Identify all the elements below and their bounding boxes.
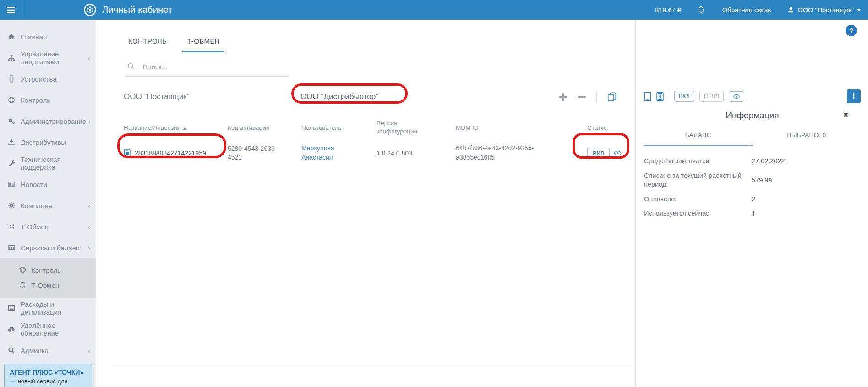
breadcrumb-separator: › bbox=[292, 93, 294, 101]
balance-amount[interactable]: 819.67 ₽ bbox=[655, 6, 682, 14]
account-menu[interactable]: ООО "Поставщик" bbox=[787, 6, 861, 14]
sidebar-item-remote-update[interactable]: Удалённое обновление bbox=[0, 319, 96, 340]
top-bar: Личный кабинет 819.67 ₽ Обратная связь О… bbox=[0, 0, 868, 20]
gears-icon bbox=[7, 117, 16, 125]
account-name: ООО "Поставщик" bbox=[797, 6, 854, 14]
column-header-activation-code[interactable]: Код активации bbox=[228, 124, 301, 131]
bell-icon bbox=[697, 6, 705, 14]
user-cell: Меркулова Анастасия bbox=[301, 144, 377, 162]
phone-filter-button[interactable] bbox=[644, 92, 651, 101]
info-panel: ВКЛ ОТКЛ i Информация ✖ БАЛАНС ВЫБРАНО: … bbox=[635, 20, 868, 387]
filter-visibility-button[interactable] bbox=[729, 91, 744, 102]
gear-icon bbox=[7, 202, 16, 209]
list-icon bbox=[7, 304, 16, 312]
column-header-name-license[interactable]: Название/Лицензия bbox=[124, 124, 228, 131]
table-header: Название/Лицензия Код активации Пользова… bbox=[124, 118, 626, 137]
filter-on-button[interactable]: ВКЛ bbox=[674, 91, 694, 102]
home-icon bbox=[7, 33, 16, 40]
phone-icon bbox=[644, 92, 651, 101]
sidebar-nav: Главная Управление лицензиями ‹ Устройст… bbox=[0, 20, 96, 387]
download-icon bbox=[7, 138, 16, 146]
activation-code-cell: 5280-4543-2633-4521 bbox=[228, 144, 301, 162]
breadcrumb-parent-company[interactable]: ООО "Поставщик" bbox=[124, 92, 292, 101]
info-panel-title: Информация bbox=[726, 111, 779, 120]
eye-icon[interactable] bbox=[614, 150, 622, 156]
chevron-left-icon: ‹ bbox=[88, 202, 90, 209]
sidebar-item-company[interactable]: Компания ‹ bbox=[0, 195, 96, 216]
info-panel-tabs: БАЛАНС ВЫБРАНО: 0 bbox=[644, 132, 861, 146]
tree-breadcrumb-row: ООО "Поставщик" › ООО "Дистрибьютор" bbox=[124, 87, 626, 107]
globe-icon bbox=[19, 266, 26, 275]
sidebar-item-distributives[interactable]: Дистрибутивы bbox=[0, 132, 96, 153]
page-title: Личный кабинет bbox=[102, 5, 172, 15]
tab-t-exchange[interactable]: Т-ОБМЕН bbox=[182, 33, 224, 52]
tab-control[interactable]: КОНТРОЛЬ bbox=[124, 33, 171, 52]
caret-down-icon bbox=[857, 9, 861, 11]
shuffle-icon bbox=[7, 223, 16, 230]
chevron-left-icon: ‹ bbox=[88, 55, 90, 61]
info-panel-toolbar: ВКЛ ОТКЛ i bbox=[644, 89, 861, 103]
sidebar-subitem-t-exchange[interactable]: Т-Обмен bbox=[0, 278, 96, 293]
tree-actions bbox=[559, 91, 617, 103]
tab-selected[interactable]: ВЫБРАНО: 0 bbox=[753, 132, 861, 146]
divider bbox=[669, 90, 669, 102]
feedback-link[interactable]: Обратная связь bbox=[722, 6, 771, 14]
chevron-left-icon: ‹ bbox=[88, 347, 90, 354]
sidebar-item-administration[interactable]: Администрирование ‹ bbox=[0, 111, 96, 132]
minus-icon bbox=[578, 93, 586, 101]
column-header-config-version[interactable]: Версия конфигурации bbox=[377, 119, 456, 136]
license-number: 28318880842714221959 bbox=[135, 149, 206, 157]
sidebar-item-services-balance[interactable]: Сервисы и баланс ‹ bbox=[0, 237, 96, 258]
column-header-user[interactable]: Пользователь bbox=[301, 124, 377, 131]
status-on-button[interactable]: ВКЛ bbox=[587, 148, 610, 159]
sidebar-item-devices[interactable]: Устройства bbox=[0, 68, 96, 89]
sidebar-item-t-exchange[interactable]: Т-Обмен ‹ bbox=[0, 216, 96, 237]
breadcrumb-current-company[interactable]: ООО "Дистрибьютор" bbox=[300, 92, 378, 101]
info-toggle-button[interactable]: i bbox=[847, 89, 861, 103]
globe-icon bbox=[7, 96, 16, 104]
sidebar-item-control[interactable]: Контроль bbox=[0, 89, 96, 111]
divider bbox=[596, 91, 597, 103]
device-sync-filter-button[interactable] bbox=[656, 92, 664, 101]
config-version-cell: 1.0.24.0.800 bbox=[377, 149, 456, 157]
table-row[interactable]: 28318880842714221959 5280-4543-2633-4521… bbox=[124, 141, 626, 166]
device-icon bbox=[124, 149, 131, 158]
cloud-upload-icon bbox=[7, 326, 16, 333]
sidebar-item-admin[interactable]: Админка ‹ bbox=[0, 340, 96, 361]
notifications-button[interactable] bbox=[697, 6, 705, 14]
hamburger-icon bbox=[7, 7, 15, 13]
money-icon bbox=[7, 244, 16, 251]
promo-banner-agent-plus-points[interactable]: АГЕНТ ПЛЮС «ТОЧКИ» — новый сервис для ко… bbox=[4, 364, 92, 387]
main-content: КОНТРОЛЬ Т-ОБМЕН ООО "Поставщик" › ООО "… bbox=[96, 20, 635, 387]
plus-icon bbox=[559, 93, 568, 101]
add-button[interactable] bbox=[559, 93, 568, 101]
sidebar-item-home[interactable]: Главная bbox=[0, 26, 96, 47]
sidebar-item-expenses[interactable]: Расходы и детализация bbox=[0, 298, 96, 319]
sitemap-icon bbox=[7, 54, 16, 61]
device-sync-icon bbox=[656, 92, 664, 101]
search-icon bbox=[7, 347, 16, 354]
sidebar-subitem-control[interactable]: Контроль bbox=[0, 263, 96, 278]
sidebar-submenu-services: Контроль Т-Обмен bbox=[0, 258, 96, 298]
user-link[interactable]: Меркулова Анастасия bbox=[301, 144, 344, 162]
search-input[interactable] bbox=[142, 63, 288, 71]
close-icon[interactable]: ✖ bbox=[843, 111, 849, 119]
wrench-icon bbox=[7, 160, 16, 167]
column-header-status[interactable]: Статус bbox=[587, 124, 626, 131]
user-icon bbox=[787, 6, 794, 13]
tab-balance[interactable]: БАЛАНС bbox=[644, 132, 753, 146]
remove-button[interactable] bbox=[578, 93, 586, 101]
sidebar-item-license-management[interactable]: Управление лицензиями ‹ bbox=[0, 47, 96, 68]
sidebar-item-tech-support[interactable]: Техническая поддержка bbox=[0, 153, 96, 174]
info-panel-header: Информация ✖ bbox=[644, 111, 861, 121]
column-header-mdm-id[interactable]: MDM ID bbox=[456, 124, 587, 131]
mdm-id-cell: 64b7f786-4e43-42d2-925b-a3855ec16ff5 bbox=[456, 144, 587, 162]
field-paid: Оплачено: 2 bbox=[644, 195, 861, 204]
hamburger-menu-button[interactable] bbox=[0, 0, 22, 20]
filter-off-button[interactable]: ОТКЛ bbox=[699, 91, 724, 102]
field-charged-period: Списано за текущий расчетный период: 579… bbox=[644, 171, 861, 189]
help-button[interactable]: ? bbox=[846, 25, 857, 36]
sort-asc-icon bbox=[183, 127, 186, 130]
sidebar-item-news[interactable]: Новости bbox=[0, 174, 96, 195]
copy-button[interactable] bbox=[607, 92, 617, 102]
